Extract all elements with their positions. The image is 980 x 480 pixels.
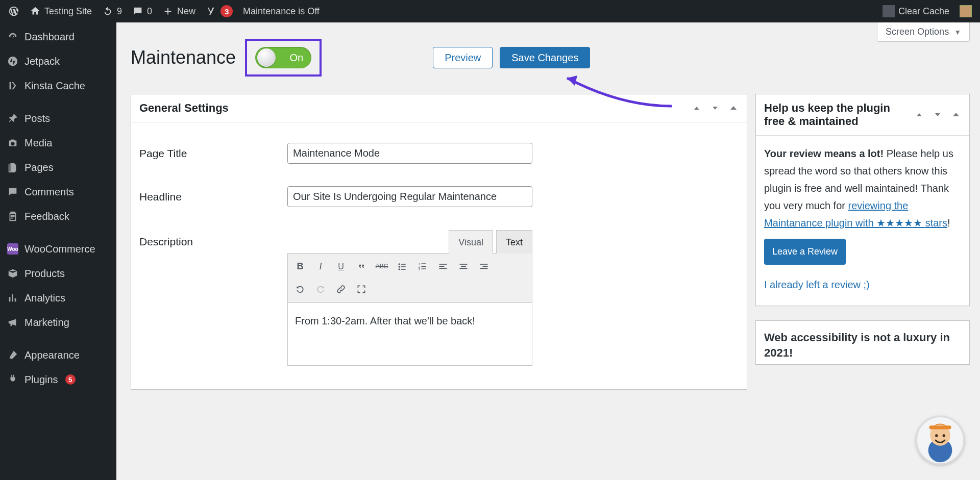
box-icon: [7, 268, 18, 279]
svg-point-25: [935, 434, 938, 437]
sidebar-item-posts[interactable]: Posts: [0, 106, 116, 131]
support-mascot[interactable]: [916, 416, 965, 465]
site-home[interactable]: Testing Site: [24, 0, 97, 22]
move-up-icon[interactable]: [914, 110, 924, 120]
leave-review-button[interactable]: Leave a Review: [764, 239, 846, 265]
page-title-row: Page Title: [139, 132, 739, 175]
maintenance-toggle[interactable]: On: [255, 47, 311, 68]
page-title-input[interactable]: [287, 143, 532, 164]
move-down-icon[interactable]: [710, 103, 720, 113]
sidebar-item-jetpack[interactable]: Jetpack: [0, 49, 116, 73]
site-name: Testing Site: [44, 6, 92, 17]
already-left-link[interactable]: I already left a review ;): [764, 276, 870, 293]
yoast-seo[interactable]: 3: [201, 0, 238, 22]
svg-rect-15: [439, 268, 447, 269]
sidebar-item-dashboard[interactable]: Dashboard: [0, 24, 116, 49]
wordpress-icon: [8, 6, 19, 17]
yoast-icon: [206, 6, 217, 17]
toolbar-link[interactable]: [332, 280, 350, 298]
home-icon: [30, 6, 41, 17]
camera-icon: [7, 137, 18, 148]
svg-rect-13: [439, 264, 447, 265]
sidebar-item-feedback[interactable]: Feedback: [0, 204, 116, 229]
sidebar-item-label: Comments: [24, 186, 74, 198]
sidebar-item-label: Jetpack: [24, 56, 60, 67]
save-changes-button[interactable]: Save Changes: [500, 47, 590, 68]
postbox-title: General Settings: [139, 102, 229, 115]
comments-link[interactable]: 0: [127, 0, 157, 22]
toolbar-blockquote[interactable]: [352, 258, 371, 276]
updates-count: 9: [117, 6, 122, 17]
maintenance-status[interactable]: Maintenance is Off: [238, 0, 325, 22]
svg-rect-6: [401, 269, 406, 270]
updates-link[interactable]: 9: [97, 0, 127, 22]
comments-count: 0: [147, 6, 152, 17]
toolbar-redo[interactable]: [311, 280, 330, 298]
toolbar-strikethrough[interactable]: ABC: [373, 258, 391, 276]
review-box: Help us keep the plugin free & maintaine…: [755, 94, 970, 306]
clear-cache[interactable]: Clear Cache: [877, 0, 954, 22]
svg-rect-14: [439, 266, 445, 267]
toolbar-undo[interactable]: [291, 280, 309, 298]
svg-rect-2: [401, 264, 406, 265]
svg-rect-4: [401, 266, 406, 267]
sidebar-item-label: Dashboard: [24, 31, 75, 43]
sidebar-item-woocommerce[interactable]: Woo WooCommerce: [0, 237, 116, 261]
sidebar-item-kinsta-cache[interactable]: Kinsta Cache: [0, 73, 116, 98]
sidebar-item-label: Marketing: [24, 317, 69, 329]
wp-logo[interactable]: [3, 0, 24, 22]
description-textarea[interactable]: From 1:30-2am. After that we'll be back!: [287, 303, 532, 366]
toolbar-align-left[interactable]: [434, 258, 452, 276]
headline-label: Headline: [139, 188, 287, 206]
preview-button[interactable]: Preview: [433, 47, 493, 68]
toolbar-italic[interactable]: I: [311, 258, 330, 276]
collapse-icon[interactable]: [728, 103, 739, 113]
mascot-icon: [917, 417, 963, 463]
sidebar-item-label: WooCommerce: [24, 243, 95, 255]
sidebar-item-label: Feedback: [24, 211, 69, 222]
headline-input[interactable]: [287, 186, 532, 207]
annotation-highlight: On: [245, 39, 322, 77]
review-lead-bold: Your review means a lot!: [764, 148, 884, 159]
description-label: Description: [139, 230, 287, 251]
sidebar-item-label: Posts: [24, 113, 50, 124]
move-down-icon[interactable]: [933, 110, 943, 120]
toggle-knob: [257, 48, 276, 67]
content-area: Screen Options ▼ Maintenance On Preview …: [116, 0, 980, 480]
toolbar-numbered-list[interactable]: 123: [413, 258, 432, 276]
editor-tab-visual[interactable]: Visual: [449, 230, 493, 254]
svg-rect-17: [461, 266, 466, 267]
svg-rect-10: [422, 266, 426, 267]
headline-row: Headline: [139, 175, 739, 218]
sidebar-item-plugins[interactable]: Plugins 5: [0, 367, 116, 392]
svg-rect-16: [460, 264, 468, 265]
toolbar-align-center[interactable]: [454, 258, 473, 276]
comment-icon: [7, 186, 18, 197]
sidebar-item-label: Kinsta Cache: [24, 80, 85, 92]
toolbar-underline[interactable]: U: [332, 258, 350, 276]
editor-tab-text[interactable]: Text: [496, 230, 532, 254]
editor-toolbar: B I U ABC 123: [287, 253, 532, 303]
woo-icon: Woo: [7, 243, 18, 255]
megaphone-icon: [7, 317, 18, 328]
move-up-icon[interactable]: [692, 103, 702, 113]
sidebar-item-comments[interactable]: Comments: [0, 180, 116, 204]
toolbar-fullscreen[interactable]: [352, 280, 371, 298]
sidebar-item-media[interactable]: Media: [0, 131, 116, 155]
sidebar-item-label: Products: [24, 268, 65, 280]
sidebar-item-appearance[interactable]: Appearance: [0, 343, 116, 367]
collapse-icon[interactable]: [951, 110, 961, 120]
toolbar-align-right[interactable]: [475, 258, 493, 276]
toolbar-bold[interactable]: B: [291, 258, 309, 276]
svg-rect-12: [422, 268, 426, 269]
sidebar-item-label: Analytics: [24, 292, 65, 304]
sidebar-item-marketing[interactable]: Marketing: [0, 310, 116, 335]
svg-point-26: [943, 434, 945, 437]
new-content[interactable]: New: [157, 0, 201, 22]
sidebar-item-pages[interactable]: Pages: [0, 155, 116, 180]
sidebar-item-analytics[interactable]: Analytics: [0, 286, 116, 310]
sidebar-item-products[interactable]: Products: [0, 261, 116, 286]
toolbar-bullet-list[interactable]: [393, 258, 411, 276]
page-title: Maintenance: [131, 47, 236, 68]
my-account[interactable]: [954, 0, 977, 22]
